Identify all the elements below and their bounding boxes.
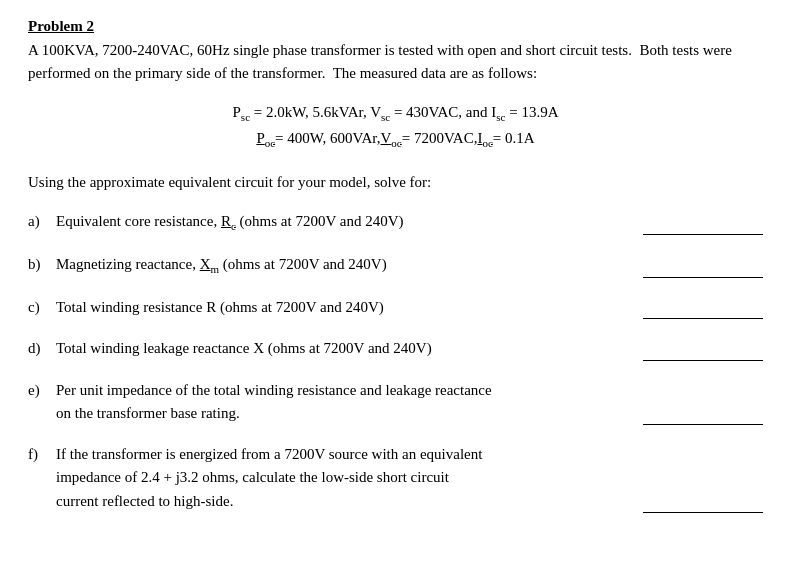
- part-e: e) Per unit impedance of the total windi…: [28, 379, 763, 426]
- intro-text: A 100KVA, 7200-240VAC, 60Hz single phase…: [28, 39, 763, 86]
- instruction-text: Using the approximate equivalent circuit…: [28, 171, 763, 194]
- problem-title: Problem 2: [28, 18, 763, 35]
- part-d-answer-line: [643, 359, 763, 361]
- part-c-answer-line: [643, 317, 763, 319]
- part-c-letter: c): [28, 296, 56, 319]
- part-e-answer-line: [643, 423, 763, 425]
- part-a-text: Equivalent core resistance, Rc (ohms at …: [56, 210, 633, 235]
- equation-row-2: Poc = 400W, 600VAr, Voc = 7200VAC, Ioc =…: [28, 126, 763, 153]
- part-c: c) Total winding resistance R (ohms at 7…: [28, 296, 763, 319]
- part-d: d) Total winding leakage reactance X (oh…: [28, 337, 763, 360]
- equation-row-1: Psc = 2.0kW, 5.6kVAr, Vsc = 430VAC, and …: [28, 100, 763, 127]
- part-c-text: Total winding resistance R (ohms at 7200…: [56, 296, 633, 319]
- part-a-answer-line: [643, 233, 763, 235]
- part-b-text: Magnetizing reactance, Xm (ohms at 7200V…: [56, 253, 633, 278]
- part-b: b) Magnetizing reactance, Xm (ohms at 72…: [28, 253, 763, 278]
- part-d-letter: d): [28, 337, 56, 360]
- part-f-text: If the transformer is energized from a 7…: [56, 443, 633, 513]
- part-a-letter: a): [28, 210, 56, 233]
- part-f: f) If the transformer is energized from …: [28, 443, 763, 513]
- parts-list: a) Equivalent core resistance, Rc (ohms …: [28, 210, 763, 513]
- part-d-text: Total winding leakage reactance X (ohms …: [56, 337, 633, 360]
- part-f-answer-line: [643, 511, 763, 513]
- part-e-letter: e): [28, 379, 56, 402]
- equations-block: Psc = 2.0kW, 5.6kVAr, Vsc = 430VAC, and …: [28, 100, 763, 153]
- part-b-letter: b): [28, 253, 56, 276]
- part-f-letter: f): [28, 443, 56, 466]
- part-b-answer-line: [643, 276, 763, 278]
- part-a: a) Equivalent core resistance, Rc (ohms …: [28, 210, 763, 235]
- part-e-text: Per unit impedance of the total winding …: [56, 379, 633, 426]
